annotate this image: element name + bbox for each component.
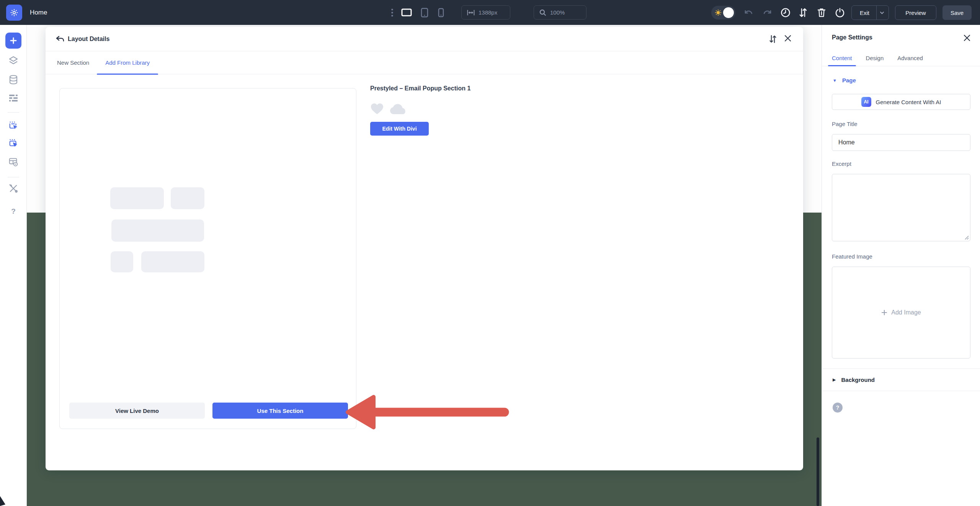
- preview-button[interactable]: Preview: [895, 5, 936, 20]
- page-section-toggle[interactable]: ▼ Page: [833, 77, 856, 84]
- help-icon[interactable]: ?: [8, 206, 18, 216]
- edit-with-divi-label: Edit With Divi: [382, 126, 416, 132]
- cloud-icon[interactable]: [389, 103, 407, 115]
- settings-gear-button[interactable]: [6, 5, 22, 21]
- ai-badge: AI: [861, 97, 871, 107]
- use-this-section-label: Use This Section: [257, 408, 304, 414]
- skeleton-block: [111, 219, 204, 242]
- phone-icon[interactable]: [436, 0, 446, 25]
- background-section-toggle[interactable]: ▶ Background: [822, 368, 980, 391]
- skeleton-block: [111, 251, 133, 272]
- save-button[interactable]: Save: [942, 5, 972, 20]
- exit-label[interactable]: Exit: [853, 6, 877, 20]
- use-this-section-button[interactable]: Use This Section: [212, 403, 348, 419]
- view-live-demo-label: View Live Demo: [115, 408, 159, 414]
- kebab-menu-icon[interactable]: [388, 0, 396, 25]
- help-button[interactable]: ?: [833, 403, 843, 413]
- power-icon[interactable]: [834, 0, 846, 25]
- exit-button[interactable]: Exit: [851, 5, 889, 20]
- generate-content-ai-label: Generate Content With AI: [876, 99, 941, 105]
- generate-content-ai-button[interactable]: AI Generate Content With AI: [832, 94, 970, 110]
- modal-header: Layout Details: [46, 27, 803, 51]
- split-test-icon[interactable]: [8, 157, 18, 167]
- skeleton-block: [141, 251, 204, 272]
- sidebar-divider: [8, 177, 19, 177]
- top-bar: Home 1388px 100%: [0, 0, 980, 25]
- rows-icon[interactable]: [8, 93, 18, 103]
- page-settings-panel: Page Settings Content Design Advanced ▼ …: [822, 25, 980, 506]
- layout-item-title: Prestyled – Email Popup Section 1: [370, 85, 470, 92]
- desktop-icon[interactable]: [400, 0, 413, 25]
- undo-icon[interactable]: [743, 0, 754, 25]
- sidebar-divider: [8, 112, 19, 113]
- sort-icon[interactable]: [797, 0, 809, 25]
- caret-down-icon: ▼: [833, 78, 837, 83]
- mouse-cursor: [0, 496, 7, 506]
- edit-with-divi-button[interactable]: Edit With Divi: [370, 122, 429, 136]
- skeleton-block: [110, 187, 164, 209]
- layout-details-modal: Layout Details New Section Add From Libr…: [46, 27, 803, 470]
- view-live-demo-button[interactable]: View Live Demo: [69, 403, 205, 419]
- page-title-label: Page Title: [832, 121, 858, 127]
- excerpt-textarea[interactable]: [832, 174, 970, 241]
- tab-new-section[interactable]: New Section: [57, 51, 89, 74]
- caret-right-icon: ▶: [833, 377, 836, 382]
- canvas-zoom-value: 100%: [550, 9, 565, 16]
- panel-tab-bar: Content Design Advanced: [822, 50, 980, 66]
- tab-design[interactable]: Design: [866, 50, 884, 66]
- database-icon[interactable]: [8, 75, 18, 85]
- divi-builder-app: Home 1388px 100%: [0, 0, 980, 506]
- layout-item-icons: [370, 103, 407, 115]
- add-image-label: Add Image: [891, 309, 921, 316]
- plus-icon: [10, 37, 17, 44]
- layout-preview-card: View Live Demo Use This Section: [59, 88, 356, 429]
- preview-label: Preview: [905, 10, 926, 16]
- tab-advanced[interactable]: Advanced: [897, 50, 923, 66]
- trash-icon[interactable]: [815, 0, 828, 25]
- page-title: Home: [30, 0, 47, 25]
- tablet-icon[interactable]: [419, 0, 430, 25]
- canvas-width-value: 1388px: [479, 9, 497, 16]
- back-arrow-icon[interactable]: [56, 34, 65, 44]
- page-title-input[interactable]: [832, 134, 970, 151]
- history-icon[interactable]: [779, 0, 792, 25]
- sort-icon[interactable]: [769, 34, 778, 44]
- canvas-width-input[interactable]: 1388px: [461, 5, 510, 20]
- gear-icon: [10, 8, 19, 17]
- page-section-label: Page: [842, 77, 856, 84]
- width-icon: [467, 10, 475, 16]
- featured-image-label: Featured Image: [832, 253, 872, 260]
- left-sidebar: ?: [0, 25, 27, 506]
- canvas-zoom-input[interactable]: 100%: [534, 5, 586, 20]
- theme-toggle-sun-icon: [715, 9, 722, 16]
- theme-toggle[interactable]: [711, 6, 735, 20]
- layers-icon[interactable]: [8, 56, 18, 66]
- theme-toggle-knob: [723, 7, 734, 18]
- zoom-icon: [539, 9, 546, 16]
- modal-tab-bar: New Section Add From Library: [46, 51, 803, 74]
- tools-icon[interactable]: [8, 183, 18, 193]
- redo-icon[interactable]: [762, 0, 773, 25]
- excerpt-label: Excerpt: [832, 160, 851, 167]
- background-section-label: Background: [841, 377, 875, 383]
- add-module-button[interactable]: [5, 33, 21, 49]
- insert-section-filled-icon[interactable]: [8, 138, 18, 148]
- vertical-scrollbar[interactable]: [817, 437, 819, 506]
- close-icon[interactable]: [963, 34, 971, 42]
- insert-section-icon[interactable]: [8, 121, 18, 131]
- save-label: Save: [951, 10, 964, 16]
- heart-icon[interactable]: [370, 103, 384, 115]
- modal-title: Layout Details: [68, 27, 109, 51]
- add-image-dropzone[interactable]: Add Image: [832, 267, 970, 359]
- close-icon[interactable]: [784, 34, 793, 44]
- plus-icon: [881, 309, 887, 316]
- panel-title: Page Settings: [832, 34, 872, 41]
- tab-content[interactable]: Content: [832, 50, 852, 66]
- caret-down-icon[interactable]: [877, 6, 887, 20]
- tab-add-from-library[interactable]: Add From Library: [105, 51, 150, 74]
- skeleton-block: [171, 187, 204, 209]
